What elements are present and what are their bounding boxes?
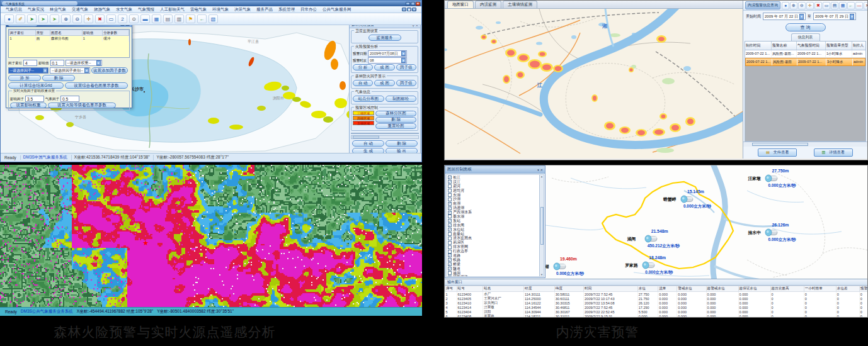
auto-button[interactable]: 自 动 [353, 80, 373, 86]
layer-checkbox[interactable] [448, 250, 452, 254]
layer-checkbox[interactable]: ✓ [448, 258, 452, 262]
layer-item[interactable]: ✓隧道 [448, 267, 539, 271]
output-row[interactable]: 26123405王家河水厂114.2500030.601112009/7/22 … [445, 296, 868, 301]
station-output-table[interactable]: 序号站号站名经度纬度时间水位流量警戒水位超警戒水位超保证水位超历史最高一小时雨量… [445, 286, 868, 317]
menu-item[interactable]: 系统管理 [278, 7, 295, 13]
output-row[interactable]: 56123404汉阳114.3094430.301672009/7/22 22:… [445, 310, 868, 314]
delete-button[interactable]: 删 除 [385, 140, 418, 147]
zoom-in-icon[interactable]: ⊕ [790, 2, 797, 9]
layer-checkbox[interactable] [448, 232, 452, 236]
layer-checkbox[interactable]: ✓ [448, 254, 452, 257]
menu-item[interactable]: 林业气象 [50, 7, 66, 13]
flag-icon[interactable]: ⚑ [186, 14, 195, 23]
delete-icon[interactable]: ✖ [95, 14, 105, 23]
layer-checkbox[interactable]: ✓ [448, 206, 452, 210]
close-icon[interactable]: ✕ [864, 2, 867, 9]
layer-checkbox[interactable]: ✓ [448, 202, 452, 206]
minimize-button[interactable]: — [406, 2, 410, 6]
layer-checkbox[interactable] [448, 276, 452, 277]
zoom-out-icon[interactable]: ⊖ [798, 2, 806, 9]
menu-item[interactable]: 环境气象 [212, 7, 229, 13]
impact-factor-input[interactable]: 3.5 [25, 96, 44, 102]
close-icon[interactable]: ✕ [412, 8, 416, 11]
select-arrow-icon[interactable]: ➤ [27, 14, 37, 23]
output-row[interactable]: 66123408罗家路114.1821130.310112009/7/22 9:… [445, 314, 868, 317]
grid-row[interactable]: 1面森林分布图1缓冲 [9, 36, 129, 42]
menu-item[interactable]: 日常办公 [300, 7, 317, 13]
render-button[interactable]: 成 图 [374, 64, 394, 70]
layer-checkbox[interactable] [448, 215, 452, 218]
generate-button[interactable]: 生 成 [352, 148, 384, 153]
output-row[interactable]: 36123410宗关闸口114.1612230.303152009/7/22 1… [445, 301, 868, 305]
collapse-icon[interactable]: ▾ [537, 168, 539, 172]
monitor-service-button[interactable]: 监测服务 [368, 35, 401, 41]
factor-value-button[interactable]: 因子值 [396, 64, 416, 70]
scan-icon[interactable]: ▥ [174, 14, 184, 23]
auto-button[interactable]: 自 动 [352, 140, 384, 147]
add-button[interactable]: 添 加 [8, 75, 41, 81]
delete-button[interactable]: 删 除 [42, 75, 75, 81]
layer-checkbox[interactable] [448, 189, 452, 193]
factor-button[interactable]: 因子值 [396, 80, 416, 86]
menu-item[interactable]: 交通气象 [72, 7, 88, 13]
layer-checkbox[interactable]: ✓ [448, 267, 452, 271]
forest-zone-button[interactable]: 森林分区图 [375, 111, 416, 116]
layer-checkbox[interactable]: ✓ [448, 180, 452, 184]
output-row[interactable]: 46123414汪家墩114.3454430.468112009/7/22 7:… [445, 305, 868, 310]
factor-grid[interactable]: 因子索引类型图层名影响值分析参数1面森林分布图1缓冲 [8, 29, 130, 58]
menu-item[interactable]: 气象预报 [138, 7, 154, 13]
output-row[interactable]: 16123400水厂114.3011130.580112009/7/22 7:5… [445, 292, 868, 297]
layer-checkbox[interactable]: ✓ [448, 228, 452, 232]
layer-item[interactable]: ✓桥梁 [448, 262, 539, 267]
layer-checkbox[interactable] [448, 193, 452, 197]
query-icon[interactable]: ⊙ [129, 14, 139, 23]
set-color-button[interactable]: 设置综合着色图显示参数 [65, 82, 128, 89]
menu-item[interactable]: 旅游气象 [94, 7, 110, 13]
window-icon[interactable]: ▭ [106, 14, 116, 23]
layer-item[interactable]: 行政边界 [448, 249, 539, 254]
print-icon[interactable]: ▤ [163, 14, 173, 23]
layer-item[interactable]: 地铁线路 [448, 275, 539, 277]
doc-icon[interactable]: ▤ [831, 2, 838, 9]
window-icon[interactable]: ▣ [407, 8, 411, 11]
set-level-color-button[interactable]: 设置火险等级着色显示参数 [48, 103, 116, 108]
table-row[interactable]: 2009-07-22 1...风险图-暴雨...2009-07-22 1...1… [745, 50, 865, 58]
dialog-close-button[interactable]: ✕ [125, 25, 130, 26]
date-to-picker[interactable]: 2009 年 07 月 29 日▾ [813, 13, 856, 20]
menu-item[interactable]: 公共气象服务网 [323, 7, 351, 13]
layers-icon[interactable]: ▦ [839, 2, 847, 9]
menu-item[interactable]: 雷电气象 [190, 7, 207, 13]
pan-icon[interactable]: ✛ [806, 2, 814, 9]
layer-item[interactable]: ✓长江 [448, 176, 539, 180]
layer-checkbox[interactable] [448, 198, 452, 201]
draw-button[interactable]: 成 图 [374, 80, 394, 86]
plot-button[interactable]: 制图标绘 [385, 96, 417, 102]
menu-item[interactable]: 人工影响天气 [160, 7, 185, 13]
weight-select[interactable]: --请选择权重--▾ [66, 60, 102, 66]
close-button[interactable]: ✕ [416, 2, 420, 6]
weather-factor-input[interactable]: 0.5 [60, 96, 79, 102]
layer-checkbox[interactable]: ✓ [448, 223, 452, 227]
maximize-button[interactable]: □ [411, 2, 415, 6]
identify-icon[interactable]: ➤ [50, 14, 59, 23]
file-view-button[interactable]: ▤ 文件查看 [758, 148, 797, 157]
zone-delete-button[interactable]: 删 除 [375, 117, 416, 123]
export-button[interactable]: 输 出 [385, 148, 418, 153]
detail-view-button[interactable]: ▥ 详情查看 [814, 148, 853, 157]
menu-item[interactable]: 决策气象 [234, 7, 251, 13]
pan-icon[interactable]: ✛ [84, 14, 93, 23]
layer-checkbox[interactable]: ✓ [448, 219, 452, 223]
layer-checkbox[interactable] [448, 245, 452, 249]
layer-checkbox[interactable] [448, 184, 452, 188]
layer-checkbox[interactable] [448, 241, 452, 245]
layers-icon[interactable]: ▦ [152, 14, 161, 23]
zoom-in-icon[interactable]: ⊕ [61, 14, 71, 23]
flood-map-viewport[interactable]: 江湘 [445, 9, 744, 159]
layer-list-vscrollbar[interactable]: ▲▼ [539, 175, 544, 276]
panel-close-icon[interactable]: ✕ [416, 25, 418, 27]
table-hscrollbar[interactable] [743, 142, 867, 147]
layer-item[interactable]: ✓铁路 [448, 258, 539, 262]
tab-1[interactable]: 地图窗口 [447, 1, 474, 8]
stop-icon[interactable]: ✖ [814, 2, 822, 9]
warn-date-select[interactable]: 2009年07月08日▾ [368, 50, 407, 57]
